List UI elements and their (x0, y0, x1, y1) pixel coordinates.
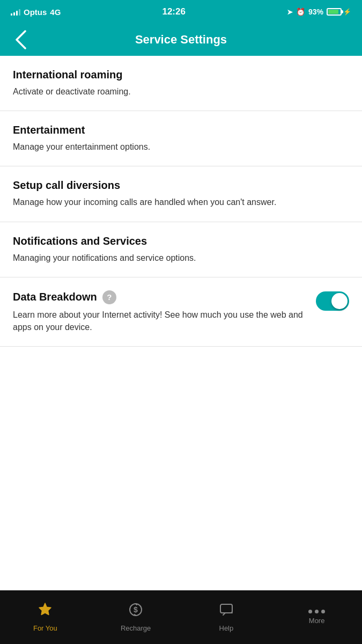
international-roaming-item[interactable]: International roaming Activate or deacti… (0, 56, 362, 111)
entertainment-item[interactable]: Entertainment Manage your entertainment … (0, 111, 362, 166)
notifications-services-title: Notifications and Services (13, 235, 349, 247)
notifications-services-text: Notifications and Services Managing your… (13, 235, 349, 264)
nav-item-help[interactable]: Help (181, 597, 272, 638)
international-roaming-text: International roaming Activate or deacti… (13, 69, 349, 98)
svg-text:$: $ (134, 605, 138, 614)
notifications-services-item[interactable]: Notifications and Services Managing your… (0, 222, 362, 277)
network-label: 4G (50, 8, 61, 17)
page-title: Service Settings (135, 33, 227, 47)
battery-icon: ⚡ (327, 8, 351, 16)
nav-label-help: Help (219, 624, 234, 632)
chat-icon (219, 602, 234, 621)
header: Service Settings (0, 24, 362, 56)
data-breakdown-text: Data Breakdown ? Learn more about your I… (13, 290, 305, 333)
international-roaming-title: International roaming (13, 69, 349, 81)
nav-label-for-you: For You (33, 624, 57, 632)
call-diversions-title: Setup call diversions (13, 179, 349, 192)
status-right: ➤ ⏰ 93% ⚡ (287, 8, 351, 16)
signal-bars-icon (11, 8, 20, 16)
call-diversions-text: Setup call diversions Manage how your in… (13, 179, 349, 208)
bottom-nav: For You $ Recharge Help Mo (0, 590, 362, 644)
toggle-knob (331, 293, 348, 309)
star-icon (38, 602, 53, 621)
status-bar: Optus 4G 12:26 ➤ ⏰ 93% ⚡ (0, 0, 362, 24)
data-breakdown-toggle[interactable] (316, 291, 349, 311)
nav-item-more[interactable]: More (271, 604, 362, 630)
entertainment-desc: Manage your entertainment options. (13, 141, 349, 153)
call-diversions-item[interactable]: Setup call diversions Manage how your in… (0, 166, 362, 222)
status-time: 12:26 (162, 6, 185, 17)
international-roaming-desc: Activate or deactivate roaming. (13, 85, 349, 98)
entertainment-title: Entertainment (13, 124, 349, 136)
back-button[interactable] (11, 30, 30, 49)
nav-label-more: More (309, 617, 325, 625)
alarm-icon: ⏰ (296, 8, 305, 16)
entertainment-text: Entertainment Manage your entertainment … (13, 124, 349, 153)
notifications-services-desc: Managing your notifications and service … (13, 252, 349, 264)
data-breakdown-desc: Learn more about your Internet activity!… (13, 309, 305, 333)
data-breakdown-help-icon[interactable]: ? (102, 290, 116, 304)
nav-label-recharge: Recharge (121, 624, 151, 632)
nav-item-recharge[interactable]: $ Recharge (91, 597, 181, 638)
location-icon: ➤ (287, 8, 293, 16)
carrier-label: Optus (24, 8, 47, 17)
status-left: Optus 4G (11, 8, 61, 17)
data-breakdown-item[interactable]: Data Breakdown ? Learn more about your I… (0, 277, 362, 347)
nav-item-for-you[interactable]: For You (0, 597, 91, 638)
data-breakdown-title: Data Breakdown ? (13, 290, 305, 304)
content-area: International roaming Activate or deacti… (0, 56, 362, 590)
more-dots-icon (308, 610, 325, 613)
data-breakdown-toggle-container (316, 291, 349, 311)
recharge-icon: $ (128, 602, 143, 621)
svg-rect-2 (220, 604, 232, 613)
battery-percent: 93% (308, 8, 323, 16)
call-diversions-desc: Manage how your incoming calls are handl… (13, 196, 349, 208)
